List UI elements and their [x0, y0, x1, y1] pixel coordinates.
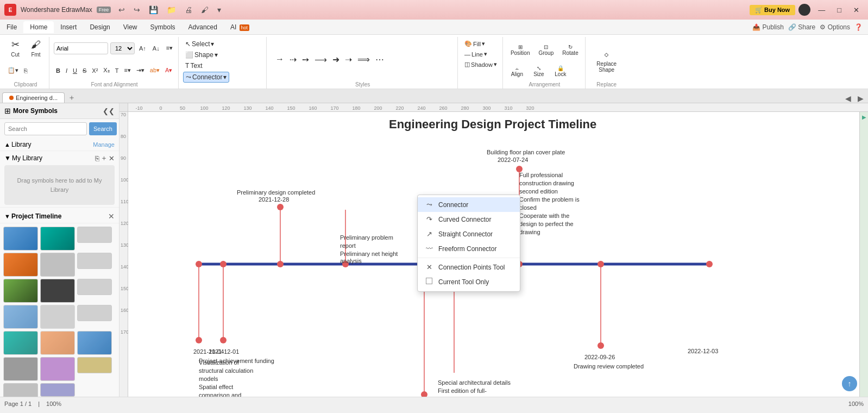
- template-thumb-19[interactable]: [3, 383, 38, 397]
- underline-button[interactable]: U: [71, 66, 79, 75]
- dropdown-connector[interactable]: ⤳ Connector: [418, 197, 520, 212]
- text-button[interactable]: T Text: [183, 61, 229, 71]
- options-button[interactable]: ⚙ Options: [820, 23, 850, 31]
- font-color-button[interactable]: A▾: [163, 66, 174, 75]
- connector-button[interactable]: ⤳ Connector ▾: [183, 72, 229, 83]
- template-thumb-15[interactable]: [77, 331, 112, 355]
- list-button[interactable]: ≡▾: [122, 66, 133, 75]
- template-thumb-12[interactable]: [77, 305, 112, 321]
- redo-button[interactable]: ↪: [130, 4, 143, 15]
- shape-button[interactable]: ⬜ Shape ▾: [183, 50, 229, 60]
- menu-ai[interactable]: AI hot: [224, 21, 256, 33]
- menu-design[interactable]: Design: [83, 21, 116, 33]
- arrow-style-1[interactable]: →: [273, 53, 286, 65]
- cut-button[interactable]: ✂ Cut: [5, 37, 25, 59]
- template-thumb-7[interactable]: [3, 279, 38, 303]
- font-family-input[interactable]: [54, 42, 108, 54]
- arrow-style-4[interactable]: ⟶: [312, 53, 329, 66]
- template-thumb-17[interactable]: [40, 357, 75, 381]
- italic-button[interactable]: I: [64, 66, 70, 75]
- subscript-button[interactable]: X₂: [101, 66, 111, 75]
- template-close-button[interactable]: ✕: [108, 212, 115, 221]
- publish-button[interactable]: 📤 Publish: [752, 23, 784, 31]
- print-button[interactable]: 🖨: [181, 4, 196, 15]
- template-thumb-5[interactable]: [40, 253, 75, 277]
- template-thumb-1[interactable]: [3, 227, 38, 251]
- menu-view[interactable]: View: [117, 21, 144, 33]
- menu-home[interactable]: Home: [23, 21, 54, 33]
- align-button[interactable]: ≡▾: [164, 43, 175, 53]
- template-thumb-16[interactable]: [3, 357, 38, 381]
- my-library-add-button[interactable]: ＋: [100, 153, 108, 163]
- my-library-close-button[interactable]: ✕: [109, 153, 115, 163]
- sidebar-collapse-button[interactable]: ❮❮: [103, 107, 115, 115]
- format-painter-button[interactable]: 🖌 Fmt: [26, 37, 46, 59]
- right-panel-icon[interactable]: ▶: [861, 114, 867, 120]
- manage-button[interactable]: Manage: [93, 141, 115, 148]
- share-button[interactable]: 🔗 Share: [788, 23, 815, 31]
- save-button[interactable]: 💾: [146, 4, 161, 15]
- arrow-style-6[interactable]: ➝: [343, 53, 354, 66]
- menu-insert[interactable]: Insert: [54, 21, 83, 33]
- template-thumb-11[interactable]: [40, 305, 75, 329]
- maximize-button[interactable]: □: [833, 5, 846, 15]
- template-thumb-3[interactable]: [77, 227, 112, 243]
- search-input[interactable]: [4, 122, 87, 135]
- template-thumb-2[interactable]: [40, 227, 75, 251]
- fill-button[interactable]: 🎨 Fill ▾: [462, 39, 487, 48]
- position-button[interactable]: ⊞ Position: [507, 42, 533, 58]
- menu-advanced[interactable]: Advanced: [182, 21, 224, 33]
- template-thumb-9[interactable]: [77, 279, 112, 295]
- indent-button[interactable]: ⇥▾: [134, 66, 147, 75]
- text-format-button[interactable]: T: [113, 66, 121, 75]
- add-tab-button[interactable]: ＋: [66, 93, 78, 103]
- minimize-button[interactable]: —: [814, 5, 829, 15]
- select-button[interactable]: ↖ Select ▾: [183, 39, 229, 49]
- close-button[interactable]: ✕: [849, 5, 864, 15]
- arrow-style-3[interactable]: ➙: [300, 53, 311, 66]
- size-button[interactable]: ⤡ Size: [529, 64, 549, 79]
- bold-button[interactable]: B: [54, 66, 62, 75]
- user-avatar[interactable]: [798, 4, 810, 16]
- arrow-style-7[interactable]: ⟹: [355, 53, 372, 66]
- dropdown-freeform-connector[interactable]: 〰 Freeform Connector: [418, 241, 520, 256]
- line-button[interactable]: ― Line ▾: [462, 49, 489, 59]
- arrow-style-2[interactable]: ⇢: [287, 53, 299, 66]
- copy-button[interactable]: ⎘: [22, 66, 30, 75]
- brush-button[interactable]: 🖌: [198, 4, 212, 15]
- buy-now-button[interactable]: 🛒 Buy Now: [750, 5, 795, 15]
- more-button[interactable]: ▾: [214, 4, 224, 15]
- template-thumb-13[interactable]: [3, 331, 38, 355]
- open-button[interactable]: 📁: [163, 4, 179, 15]
- menu-file[interactable]: File: [0, 21, 23, 33]
- my-library-copy-button[interactable]: ⎘: [95, 153, 99, 163]
- paste-button[interactable]: 📋▾: [5, 66, 21, 75]
- rotate-button[interactable]: ↻ Rotate: [559, 42, 581, 58]
- arrow-style-5[interactable]: ➜: [330, 53, 342, 66]
- font-size-select[interactable]: 12: [110, 42, 135, 54]
- undo-button[interactable]: ↩: [115, 4, 128, 15]
- menu-symbols[interactable]: Symbols: [144, 21, 182, 33]
- align-button2[interactable]: ⫠ Align: [507, 64, 527, 79]
- search-button[interactable]: Search: [89, 122, 117, 135]
- template-thumb-18[interactable]: [77, 357, 112, 373]
- template-thumb-10[interactable]: [3, 305, 38, 329]
- superscript-button[interactable]: X²: [90, 66, 100, 75]
- tab-nav-right[interactable]: ▶: [856, 94, 866, 103]
- tab-engineering[interactable]: Engineering d...: [2, 92, 65, 103]
- group-button[interactable]: ⊡ Group: [535, 42, 557, 58]
- decrease-font-button[interactable]: A↓: [150, 44, 162, 53]
- shadow-button[interactable]: ◫ Shadow ▾: [462, 60, 499, 69]
- template-thumb-8[interactable]: [40, 279, 75, 303]
- template-thumb-6[interactable]: [77, 253, 112, 269]
- strikethrough-button[interactable]: S: [80, 66, 89, 75]
- help-button[interactable]: ❓: [854, 23, 863, 31]
- template-thumb-4[interactable]: [3, 253, 38, 277]
- template-thumb-14[interactable]: [40, 331, 75, 355]
- replace-shape-button[interactable]: ⬦ Replace Shape: [590, 47, 624, 74]
- template-thumb-20[interactable]: [40, 383, 75, 397]
- dropdown-current-tool-only[interactable]: Current Tool Only: [418, 274, 520, 289]
- highlight-button[interactable]: ab▾: [148, 66, 162, 75]
- dropdown-connection-points[interactable]: ✕ Connection Points Tool: [418, 260, 520, 274]
- scroll-to-top-button[interactable]: ↑: [842, 376, 857, 391]
